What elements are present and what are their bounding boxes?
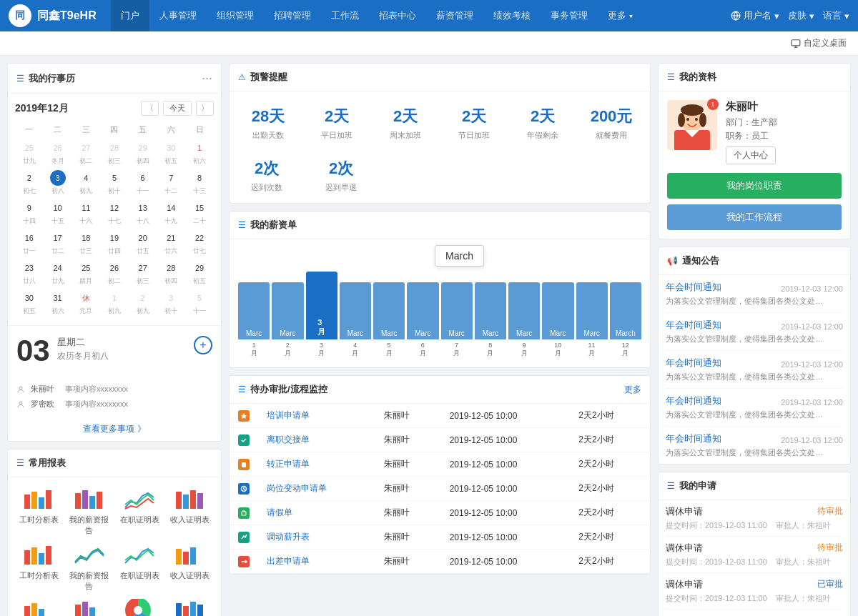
customize-desktop-button[interactable]: 自定义桌面 xyxy=(791,37,847,49)
cal-cell[interactable]: 6十一 xyxy=(129,168,157,198)
salary-month-bar-12[interactable]: March 12月 xyxy=(610,282,641,358)
nav-item-perf[interactable]: 绩效考核 xyxy=(483,0,541,31)
report-item[interactable]: 在职证明表 xyxy=(117,542,162,592)
nav-item-hr[interactable]: 人事管理 xyxy=(149,0,207,31)
approval-name-link[interactable]: 转正申请单 xyxy=(267,459,310,469)
salary-month-bar-9[interactable]: Marc 9月 xyxy=(508,282,540,358)
ann-title-link[interactable]: 年会时间通知 xyxy=(666,394,721,407)
cal-cell[interactable]: 10十五 xyxy=(44,198,72,228)
nav-item-more[interactable]: 更多 ▾ xyxy=(598,0,643,31)
cal-cell[interactable]: 7十二 xyxy=(157,168,186,198)
salary-month-bar-10[interactable]: Marc 10月 xyxy=(542,282,573,358)
nav-item-recruit[interactable]: 招聘管理 xyxy=(264,0,321,31)
cal-cell[interactable]: 3初十 xyxy=(157,288,186,318)
report-item[interactable]: 在职证明表 xyxy=(117,486,162,536)
cal-cell[interactable]: 8十三 xyxy=(185,168,214,198)
cal-cell[interactable]: 5十一 xyxy=(185,288,214,318)
report-item[interactable]: 我的薪资报告 xyxy=(67,597,112,616)
cal-cell[interactable]: 25廿九 xyxy=(15,138,44,168)
cal-cell[interactable]: 29初四 xyxy=(129,138,157,168)
cal-cell[interactable]: 11十六 xyxy=(72,198,100,228)
salary-month-bar-3-active[interactable]: 3月 3月 xyxy=(306,272,337,358)
salary-month-bar-8[interactable]: Marc 8月 xyxy=(475,282,506,358)
cal-cell[interactable]: 12十七 xyxy=(100,198,129,228)
report-item[interactable]: 我的薪资报告 xyxy=(67,486,112,536)
cal-cell[interactable]: 1初九 xyxy=(100,288,129,318)
cal-cell[interactable]: 26初二 xyxy=(100,258,129,288)
calendar-today-button[interactable]: 今天 xyxy=(163,101,192,116)
cal-cell[interactable]: 2初七 xyxy=(15,168,44,198)
salary-month-bar-6[interactable]: Marc 6月 xyxy=(407,282,438,358)
cal-cell[interactable]: 24廿九 xyxy=(44,258,72,288)
nav-item-salary[interactable]: 薪资管理 xyxy=(426,0,483,31)
salary-month-bar-7[interactable]: Marc 7月 xyxy=(441,282,473,358)
report-item[interactable]: 工时分析表 xyxy=(16,486,61,536)
nav-item-affairs[interactable]: 事务管理 xyxy=(541,0,598,31)
report-item[interactable]: 收入证明表 xyxy=(168,542,213,592)
approval-name-link[interactable]: 请假单 xyxy=(267,507,292,517)
cal-cell[interactable]: 31初六 xyxy=(44,288,72,318)
calendar-more-icon[interactable]: ··· xyxy=(202,71,212,86)
global-icon-item[interactable]: 用户名 ▾ xyxy=(731,9,779,22)
report-item[interactable]: 在职证明表 xyxy=(117,597,162,616)
profile-center-button[interactable]: 个人中心 xyxy=(726,146,776,164)
report-item[interactable]: 工时分析表 xyxy=(16,542,61,592)
cal-cell[interactable]: 28初三 xyxy=(100,138,129,168)
report-item[interactable]: 收入证明表 xyxy=(168,597,213,616)
cal-cell[interactable]: 21廿六 xyxy=(157,228,186,258)
salary-month-bar-2[interactable]: Marc 2月 xyxy=(272,282,303,358)
approval-more-link[interactable]: 更多 xyxy=(624,384,641,396)
cal-cell[interactable]: 休元旦 xyxy=(72,288,100,318)
cal-cell[interactable]: 2初九 xyxy=(129,288,157,318)
nav-item-report[interactable]: 招表中心 xyxy=(369,0,426,31)
cal-cell[interactable]: 30初五 xyxy=(157,138,186,168)
salary-month-bar-4[interactable]: Marc 4月 xyxy=(340,282,371,358)
cal-cell[interactable]: 17廿二 xyxy=(44,228,72,258)
cal-cell[interactable]: 22廿七 xyxy=(185,228,214,258)
report-item[interactable]: 工时分析表 xyxy=(16,597,61,616)
cal-cell[interactable]: 23廿八 xyxy=(15,258,44,288)
cal-cell[interactable]: 30初五 xyxy=(15,288,44,318)
cal-cell[interactable]: 13十八 xyxy=(129,198,157,228)
cal-cell[interactable]: 1初六 xyxy=(185,138,214,168)
job-responsibility-button[interactable]: 我的岗位职责 xyxy=(667,173,842,199)
approval-name-link[interactable]: 出差申请单 xyxy=(267,556,310,566)
cal-cell[interactable]: 29初五 xyxy=(185,258,214,288)
cal-cell[interactable]: 18廿三 xyxy=(72,228,100,258)
my-workflow-button[interactable]: 我的工作流程 xyxy=(667,204,842,230)
report-item[interactable]: 我的薪资报告 xyxy=(67,542,112,592)
ann-title-link[interactable]: 年会时间通知 xyxy=(666,357,721,369)
cal-cell[interactable]: 19廿四 xyxy=(100,228,129,258)
salary-month-bar-1[interactable]: Marc 1月 xyxy=(238,282,270,358)
nav-item-portal[interactable]: 门户 xyxy=(111,0,149,31)
ann-title-link[interactable]: 年会时间通知 xyxy=(666,432,721,445)
cal-cell[interactable]: 9十四 xyxy=(15,198,44,228)
cal-cell[interactable]: 14十九 xyxy=(157,198,186,228)
salary-month-bar-5[interactable]: Marc 5月 xyxy=(373,282,405,358)
add-event-button[interactable]: + xyxy=(194,336,212,354)
cal-cell[interactable]: 5初十 xyxy=(100,168,129,198)
cal-cell[interactable]: 27初三 xyxy=(129,258,157,288)
cal-cell[interactable]: 25腊月 xyxy=(72,258,100,288)
lang-item[interactable]: 语言 ▾ xyxy=(823,9,849,22)
calendar-prev-button[interactable]: 〈 xyxy=(141,101,159,116)
cal-cell[interactable]: 4初九 xyxy=(72,168,100,198)
approval-name-link[interactable]: 离职交接单 xyxy=(267,434,310,444)
skin-item[interactable]: 皮肤 ▾ xyxy=(788,9,814,22)
cal-cell[interactable]: 3初八 xyxy=(44,168,72,198)
approval-name-link[interactable]: 培训申请单 xyxy=(267,410,310,420)
cal-cell[interactable]: 26冬月 xyxy=(44,138,72,168)
calendar-next-button[interactable]: 〉 xyxy=(196,101,214,116)
cal-cell[interactable]: 15二十 xyxy=(185,198,214,228)
cal-cell[interactable]: 27初二 xyxy=(72,138,100,168)
report-item[interactable]: 收入证明表 xyxy=(168,486,213,536)
ann-title-link[interactable]: 年会时间通知 xyxy=(666,319,721,332)
nav-item-workflow[interactable]: 工作流 xyxy=(321,0,369,31)
approval-name-link[interactable]: 岗位变动申请单 xyxy=(267,483,327,493)
salary-month-bar-11[interactable]: Marc 11月 xyxy=(576,282,608,358)
view-more-events-link[interactable]: 查看更多事项 》 xyxy=(8,417,221,441)
nav-item-org[interactable]: 组织管理 xyxy=(207,0,264,31)
ann-title-link[interactable]: 年会时间通知 xyxy=(666,281,721,294)
cal-cell[interactable]: 28初四 xyxy=(157,258,186,288)
cal-cell[interactable]: 20廿五 xyxy=(129,228,157,258)
